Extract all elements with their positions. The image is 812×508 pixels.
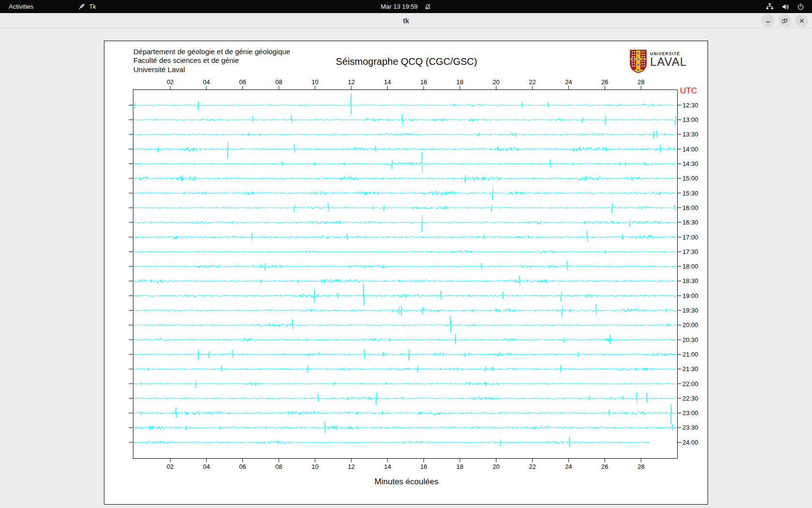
- laval-shield-floret: [632, 51, 633, 53]
- x-tick-label-bottom: 20: [493, 463, 499, 470]
- utc-time-label: 22:30: [682, 395, 698, 402]
- window-title: tk: [0, 13, 812, 28]
- x-tick-label-top: 14: [384, 78, 391, 86]
- laval-shield-floret: [644, 63, 645, 65]
- laval-shield-floret: [641, 51, 643, 53]
- logo-laval-text: LAVAL: [650, 56, 687, 68]
- laval-shield-floret: [634, 56, 636, 58]
- x-tick-label-bottom: 06: [239, 463, 246, 470]
- seismogram-trace: [134, 421, 676, 433]
- seismogram-trace: [134, 404, 676, 423]
- x-tick-label-top: 02: [167, 78, 174, 86]
- seismogram-trace: [134, 215, 676, 232]
- laval-shield-floret: [632, 61, 633, 62]
- x-tick-label-bottom: 26: [601, 463, 608, 470]
- universite-laval-logo: UNIVERSITÉ LAVAL: [629, 49, 687, 74]
- utc-time-label: 20:00: [682, 321, 698, 329]
- x-tick-label-top: 04: [203, 78, 210, 86]
- seismogram-trace: [134, 131, 676, 139]
- utc-time-label: 24:00: [682, 439, 698, 446]
- utc-time-label: 12:30: [682, 102, 698, 109]
- restore-button[interactable]: [778, 14, 791, 27]
- page-title: Séismographe QCQ (CGC/GSC): [104, 56, 709, 67]
- x-tick-label-top: 26: [601, 78, 608, 86]
- utc-time-label: 13:30: [682, 131, 698, 138]
- utc-time-label: 23:00: [682, 409, 698, 417]
- utc-time-label: 19:00: [682, 292, 698, 299]
- laval-shield-floret: [644, 66, 645, 67]
- x-axis-title: Minutes écoulées: [104, 477, 709, 487]
- close-button[interactable]: [795, 14, 808, 27]
- helicorder-plot: 0202040406060808101012121414161618182020…: [104, 41, 709, 505]
- laval-shield-floret: [634, 66, 636, 67]
- x-tick-label-top: 06: [239, 78, 246, 86]
- seismogram-trace: [134, 203, 676, 213]
- minimize-button[interactable]: [761, 14, 774, 27]
- seismogram-trace: [134, 437, 650, 447]
- laval-shield-icon: [629, 49, 647, 74]
- seismogram-trace: [134, 275, 676, 286]
- seismogram-trace: [134, 175, 676, 182]
- utc-time-label: 15:00: [682, 175, 698, 182]
- laval-shield-floret: [641, 61, 643, 62]
- x-tick-label-top: 24: [565, 78, 572, 86]
- utc-time-label: 19:30: [682, 307, 698, 314]
- notifications-muted-bell-icon: [424, 3, 431, 10]
- address-line-1: Département de géologie et de génie géol…: [133, 47, 290, 56]
- utc-time-label: 17:00: [682, 234, 698, 241]
- utc-time-label: 16:00: [682, 204, 698, 211]
- x-tick-label-bottom: 12: [348, 463, 355, 470]
- seismogram-trace: [134, 393, 676, 405]
- utc-time-label: 20:30: [682, 336, 698, 344]
- x-tick-label-top: 08: [276, 78, 282, 86]
- seismogram-trace: [134, 284, 676, 306]
- x-tick-label-bottom: 04: [203, 463, 210, 470]
- x-tick-label-bottom: 10: [312, 463, 319, 470]
- utc-time-label: 18:30: [682, 277, 698, 284]
- seismogram-trace: [134, 316, 676, 332]
- seismogram-trace: [134, 230, 676, 242]
- x-tick-label-bottom: 14: [384, 463, 391, 470]
- utc-time-label: 23:30: [682, 424, 698, 431]
- x-tick-label-bottom: 24: [565, 463, 572, 470]
- laval-shield-floret: [641, 63, 643, 65]
- utc-time-label: 15:30: [682, 190, 698, 197]
- x-tick-label-bottom: 22: [529, 463, 536, 470]
- seismogram-trace: [134, 381, 676, 388]
- x-tick-label-top: 22: [529, 78, 536, 86]
- x-tick-label-bottom: 02: [167, 463, 174, 470]
- utc-axis-title: UTC: [680, 86, 697, 95]
- laval-shield-floret: [632, 56, 633, 58]
- x-tick-label-top: 12: [348, 78, 355, 86]
- laval-shield-floret: [644, 56, 645, 58]
- laval-shield-floret: [634, 61, 636, 62]
- seismogram-trace: [134, 365, 676, 373]
- x-tick-label-top: 16: [420, 78, 427, 86]
- window-titlebar[interactable]: tk: [0, 13, 812, 28]
- seismogram-trace: [134, 188, 676, 199]
- seismogram-trace: [134, 349, 676, 360]
- clock[interactable]: Mar 13 19:59: [381, 3, 418, 10]
- seismogram-trace: [134, 334, 676, 344]
- utc-time-label: 13:00: [682, 116, 698, 123]
- laval-shield-floret: [634, 51, 636, 53]
- utc-time-label: 16:30: [682, 219, 698, 226]
- laval-shield-floret: [644, 51, 645, 53]
- seismogram-trace: [134, 261, 676, 271]
- x-tick-label-bottom: 28: [638, 463, 644, 470]
- volume-icon[interactable]: [782, 3, 789, 10]
- laval-shield-floret: [634, 63, 636, 65]
- laval-shield-floret: [632, 63, 633, 65]
- seismogram-trace: [134, 142, 676, 159]
- utc-time-label: 21:30: [682, 365, 698, 373]
- network-wired-icon[interactable]: [766, 3, 774, 10]
- utc-time-label: 21:00: [682, 351, 698, 358]
- x-tick-label-bottom: 18: [456, 463, 463, 470]
- laval-shield-floret: [644, 61, 645, 62]
- window-content: 0202040406060808101012121414161618182020…: [0, 28, 812, 508]
- laval-shield-floret: [641, 56, 643, 58]
- gnome-top-bar: Activities Tk Mar 13 19:59: [0, 0, 812, 13]
- seismogram-trace: [134, 152, 676, 173]
- x-tick-label-top: 18: [456, 78, 463, 86]
- power-icon[interactable]: [797, 3, 804, 10]
